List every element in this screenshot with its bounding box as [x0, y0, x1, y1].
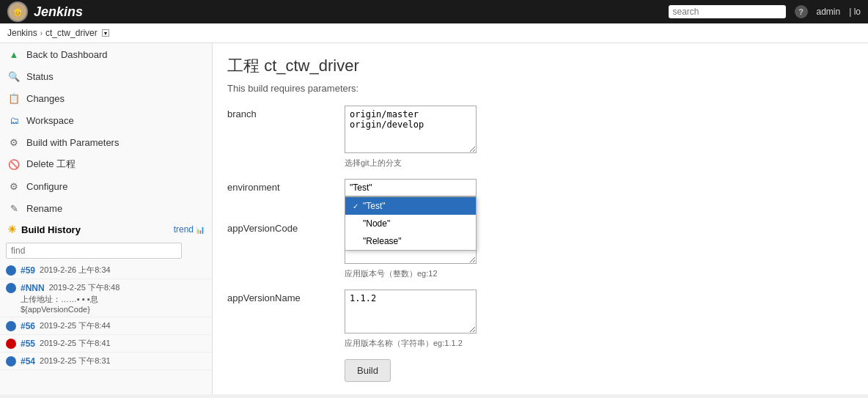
- dropdown-label: "Node": [363, 218, 390, 229]
- branch-textarea[interactable]: origin/master origin/develop: [345, 106, 477, 153]
- build-status-icon: [6, 321, 16, 331]
- breadcrumb-sep1: ›: [40, 29, 43, 37]
- form-row-version-code: appVersionCode 12 应用版本号（整数）eg:12: [227, 220, 853, 279]
- dropdown-item-node[interactable]: ✓ "Node": [345, 215, 476, 232]
- sidebar-item-label: Back to Dashboard: [26, 49, 108, 60]
- page-subtitle: This build requires parameters:: [227, 83, 853, 94]
- build-label-spacer: [227, 359, 345, 362]
- build-entry-detail2: ${appVersionCode}: [6, 305, 206, 314]
- build-date: 2019-2-26 上午8:34: [40, 265, 111, 276]
- branch-control: origin/master origin/develop 选择git上的分支: [345, 106, 853, 169]
- environment-label: environment: [227, 179, 345, 193]
- build-date: 2019-2-25 下午8:41: [40, 338, 111, 349]
- sidebar-item-delete[interactable]: 🚫 Delete 工程: [0, 153, 212, 175]
- sidebar-item-label: Configure: [26, 181, 67, 192]
- sidebar-item-configure[interactable]: ⚙ Configure: [0, 175, 212, 197]
- gear-icon: ⚙: [7, 136, 21, 149]
- environment-input[interactable]: [345, 179, 477, 196]
- build-status-icon: [6, 356, 16, 366]
- environment-control: ✓ "Test" ✓ "Node" ✓ "Release" 比如测试环境、生产环…: [345, 179, 853, 210]
- sidebar-item-rename[interactable]: ✎ Rename: [0, 197, 212, 219]
- sidebar-item-build-with-parameters[interactable]: ⚙ Build with Parameters: [0, 131, 212, 153]
- build-number-link[interactable]: #55: [21, 339, 35, 349]
- sidebar-item-label: Changes: [26, 93, 65, 104]
- search-box: [669, 5, 786, 18]
- version-name-label: appVersionName: [227, 290, 345, 303]
- build-entry-54: #54 2019-2-25 下午8:31: [0, 353, 212, 370]
- content-area: 工程 ct_ctw_driver This build requires par…: [213, 43, 868, 394]
- sidebar-item-label: Workspace: [26, 115, 74, 126]
- sidebar-item-label: Build with Parameters: [26, 137, 119, 148]
- sidebar-item-label: Rename: [26, 203, 62, 214]
- build-number-link[interactable]: #56: [21, 321, 35, 331]
- search-icon: 🔍: [7, 70, 21, 83]
- build-entry-59: #59 2019-2-26 上午8:34: [0, 262, 212, 279]
- form-row-environment: environment ✓ "Test" ✓ "Node" ✓ "Releas: [227, 179, 853, 210]
- build-entry-nnn: #NNN 2019-2-25 下午8:48 上传地址：……▪️ ▪️ ▪️息 $…: [0, 279, 212, 317]
- build-status-icon: [6, 265, 16, 276]
- breadcrumb-dropdown-icon[interactable]: ▾: [102, 29, 109, 37]
- build-date: 2019-2-25 下午8:44: [40, 320, 111, 331]
- dropdown-item-release[interactable]: ✓ "Release": [345, 232, 476, 250]
- trend-link[interactable]: trend 📊: [174, 224, 205, 235]
- branch-hint: 选择git上的分支: [345, 158, 853, 169]
- page-title: 工程 ct_ctw_driver: [227, 55, 853, 77]
- search-input[interactable]: [673, 7, 781, 17]
- build-entry-56: #56 2019-2-25 下午8:44: [0, 317, 212, 335]
- version-name-control: 1.1.2 应用版本名称（字符串）eg:1.1.2: [345, 290, 853, 349]
- dropdown-item-test[interactable]: ✓ "Test": [345, 197, 476, 215]
- form-row-build: Build: [227, 359, 853, 382]
- sidebar: ▲ Back to Dashboard 🔍 Status 📋 Changes 🗂…: [0, 43, 213, 394]
- build-history-title: ☀ Build History: [7, 224, 81, 235]
- header-logo: 👴 Jenkins: [7, 1, 83, 22]
- build-history-label: Build History: [21, 224, 81, 235]
- build-number-link[interactable]: #54: [21, 356, 35, 366]
- dropdown-label: "Test": [363, 201, 386, 211]
- version-code-hint: 应用版本号（整数）eg:12: [345, 268, 853, 279]
- version-name-textarea[interactable]: 1.1.2: [345, 290, 477, 333]
- jenkins-logo-text: Jenkins: [34, 4, 83, 20]
- check-icon: ✓: [353, 202, 358, 210]
- trend-chart-icon: 📊: [196, 226, 205, 234]
- build-status-icon: [6, 339, 16, 349]
- breadcrumb-jenkins[interactable]: Jenkins: [7, 28, 37, 38]
- environment-dropdown: ✓ "Test" ✓ "Node" ✓ "Release": [345, 196, 477, 251]
- build-entry-detail1: 上传地址：……▪️ ▪️ ▪️息: [6, 294, 206, 305]
- branch-label: branch: [227, 106, 345, 119]
- build-entry-55: #55 2019-2-25 下午8:41: [0, 335, 212, 353]
- build-date: 2019-2-25 下午8:31: [40, 355, 111, 366]
- arrow-up-icon: ▲: [7, 48, 21, 61]
- user-label: admin: [817, 7, 841, 17]
- build-number-link[interactable]: #NNN: [21, 283, 45, 293]
- build-search-input[interactable]: [6, 243, 182, 259]
- breadcrumb-project[interactable]: ct_ctw_driver: [45, 28, 98, 38]
- sidebar-item-changes[interactable]: 📋 Changes: [0, 87, 212, 109]
- version-name-hint: 应用版本名称（字符串）eg:1.1.2: [345, 338, 853, 349]
- no-icon: 🚫: [7, 158, 21, 171]
- build-history-section: ☀ Build History trend 📊: [0, 219, 212, 240]
- trend-label: trend: [174, 224, 194, 235]
- sidebar-item-label: Delete 工程: [26, 158, 76, 171]
- header-separator: | lo: [849, 7, 861, 17]
- folder-icon: 🗂: [7, 114, 21, 127]
- project-prefix: 工程: [227, 56, 260, 75]
- build-number-link[interactable]: #59: [21, 265, 35, 276]
- sidebar-item-label: Status: [26, 71, 54, 82]
- configure-icon: ⚙: [7, 180, 21, 193]
- sidebar-item-status[interactable]: 🔍 Status: [0, 65, 212, 87]
- version-code-label: appVersionCode: [227, 220, 345, 234]
- project-name: ct_ctw_driver: [264, 56, 359, 75]
- sidebar-item-workspace[interactable]: 🗂 Workspace: [0, 109, 212, 131]
- jenkins-avatar: 👴: [7, 1, 28, 22]
- form-row-branch: branch origin/master origin/develop 选择gi…: [227, 106, 853, 169]
- build-status-icon: [6, 283, 16, 293]
- sidebar-item-back-to-dashboard[interactable]: ▲ Back to Dashboard: [0, 43, 212, 65]
- form-row-version-name: appVersionName 1.1.2 应用版本名称（字符串）eg:1.1.2: [227, 290, 853, 349]
- build-button[interactable]: Build: [345, 359, 391, 382]
- help-icon[interactable]: ?: [795, 5, 808, 18]
- build-date: 2019-2-25 下午8:48: [49, 282, 120, 293]
- breadcrumb: Jenkins › ct_ctw_driver ▾: [0, 23, 868, 43]
- clipboard-icon: 📋: [7, 92, 21, 105]
- dropdown-label: "Release": [363, 236, 402, 246]
- rename-icon: ✎: [7, 202, 21, 215]
